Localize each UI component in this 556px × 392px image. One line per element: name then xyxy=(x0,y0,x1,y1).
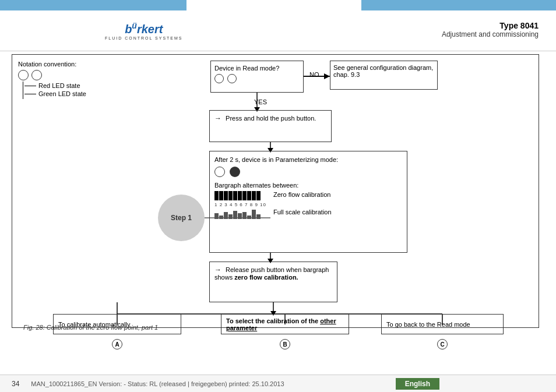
full-scale-label: Full scale calibration xyxy=(273,209,332,216)
dash-icon xyxy=(24,86,36,86)
arrow-right-icon xyxy=(214,266,221,274)
logo-text: bürkert xyxy=(125,21,163,36)
header-right: Type 8041 Adjustment and commissioning xyxy=(442,21,539,38)
param-led-filled xyxy=(230,167,240,177)
bar-seg xyxy=(238,191,242,200)
bar-seg xyxy=(242,212,247,219)
top-bar-left xyxy=(0,0,186,10)
read-mode-led2 xyxy=(227,74,237,83)
param-title: After 2 s, device is in Parameterizing m… xyxy=(214,156,402,163)
read-mode-box: Device in Read mode? xyxy=(210,61,304,93)
svg-marker-3 xyxy=(324,73,330,79)
select-bold: To select the calibration of the other p… xyxy=(226,317,336,331)
bar-seg xyxy=(219,191,223,200)
bar-seg xyxy=(228,191,233,200)
press-button-text: Press and hold the push button. xyxy=(226,115,316,122)
notation-title: Notation convention: xyxy=(18,61,86,68)
step-label: Step 1 xyxy=(171,214,192,222)
bargraph-bar-top xyxy=(214,191,266,200)
green-led-icon xyxy=(31,70,42,80)
config-box: See general configuration diagram, chap.… xyxy=(330,61,438,90)
bar-seg xyxy=(224,212,228,219)
bar-seg xyxy=(242,191,247,200)
bar-seg xyxy=(247,191,251,200)
diagram-box: Notation convention: Red LED state xyxy=(12,54,539,328)
bargraph-section: Bargraph alternates between: xyxy=(214,182,402,219)
select-calibration-box: To select the calibration of the other p… xyxy=(221,314,349,334)
arrow-right-icon xyxy=(214,114,221,122)
logo-subtitle: FLUID CONTROL SYSTEMS xyxy=(105,36,183,40)
bar-seg xyxy=(214,191,219,200)
letter-b: B xyxy=(283,341,287,348)
top-bar-right xyxy=(361,0,556,10)
bar-seg xyxy=(256,191,261,200)
param-led-empty xyxy=(214,167,225,177)
config-text: See general configuration diagram, chap.… xyxy=(333,64,433,78)
caption-text: Fig. 28: Calibration of the zero flow po… xyxy=(23,324,158,331)
red-led-label: Red LED state xyxy=(38,82,80,89)
main-content: Notation convention: Red LED state xyxy=(12,51,544,348)
bar-seg xyxy=(252,191,256,200)
dash-icon xyxy=(24,94,36,94)
bar-seg xyxy=(238,213,242,219)
bar-seg xyxy=(233,191,237,200)
no-label: NO xyxy=(309,71,319,78)
bar-seg xyxy=(228,214,233,219)
led-icons xyxy=(18,70,86,80)
step-circle: Step 1 xyxy=(158,195,205,241)
green-led-label-row: Green LED state xyxy=(24,90,86,97)
letter-a: A xyxy=(115,341,119,348)
footer-info: MAN_1000211865_EN Version: - Status: RL … xyxy=(31,380,284,387)
bargraph-row: 1 2 3 4 5 6 7 8 9 10 xyxy=(214,191,402,219)
bar-seg xyxy=(233,211,237,219)
zero-flow-label: Zero flow calibration xyxy=(273,191,332,198)
bargraph-title: Bargraph alternates between: xyxy=(214,182,402,189)
release-text: Release push button when bargraph shows … xyxy=(214,266,332,281)
bargraph-bar-bottom xyxy=(214,210,266,219)
red-led-label-row: Red LED state xyxy=(24,82,86,89)
read-mode-led1 xyxy=(214,74,224,83)
param-led-row xyxy=(214,167,402,177)
logo-area: bürkert FLUID CONTROL SYSTEMS xyxy=(0,21,183,40)
go-back-label: To go back to the Read mode xyxy=(386,321,470,328)
letter-b-circle: B xyxy=(280,339,290,349)
bar-seg xyxy=(252,210,256,219)
bar-seg xyxy=(219,216,223,219)
notation-lines: Red LED state Green LED state xyxy=(21,82,86,99)
language-label: English xyxy=(405,380,430,388)
read-mode-title: Device in Read mode? xyxy=(214,65,300,72)
type-subtitle: Adjustment and commissioning xyxy=(442,30,539,38)
select-calibration-label: To select the calibration of the other p… xyxy=(226,317,344,331)
page-header: bürkert FLUID CONTROL SYSTEMS Type 8041 … xyxy=(0,10,556,51)
release-box: Release push button when bargraph shows … xyxy=(209,262,337,302)
notation: Notation convention: Red LED state xyxy=(18,61,86,99)
letter-a-circle: A xyxy=(112,339,122,349)
bargraph-labels: Zero flow calibration Full scale calibra… xyxy=(273,191,332,216)
bar-seg xyxy=(214,213,219,219)
page-number: 34 xyxy=(12,380,19,388)
letter-c: C xyxy=(440,341,444,348)
green-led-label: Green LED state xyxy=(38,90,86,97)
param-box: After 2 s, device is in Parameterizing m… xyxy=(209,151,407,253)
type-title: Type 8041 xyxy=(442,21,539,30)
red-led-icon xyxy=(18,70,29,80)
press-button-box: Press and hold the push button. xyxy=(209,110,332,142)
bar-seg xyxy=(256,214,261,219)
burkert-logo: bürkert FLUID CONTROL SYSTEMS xyxy=(105,21,183,40)
bargraph-visual: 1 2 3 4 5 6 7 8 9 10 xyxy=(214,191,266,219)
yes-label: YES xyxy=(254,98,267,105)
bar-seg xyxy=(224,191,228,200)
language-badge[interactable]: English xyxy=(396,378,439,390)
read-mode-leds xyxy=(214,74,300,84)
figure-caption: Fig. 28: Calibration of the zero flow po… xyxy=(23,324,158,331)
letter-c-circle: C xyxy=(437,339,448,349)
footer-bar: 34 MAN_1000211865_EN Version: - Status: … xyxy=(0,375,556,392)
bar-seg xyxy=(247,216,251,219)
bargraph-numbers: 1 2 3 4 5 6 7 8 9 10 xyxy=(214,202,266,207)
release-bold: zero flow calibration. xyxy=(234,274,298,281)
go-back-box: To go back to the Read mode xyxy=(381,314,504,334)
